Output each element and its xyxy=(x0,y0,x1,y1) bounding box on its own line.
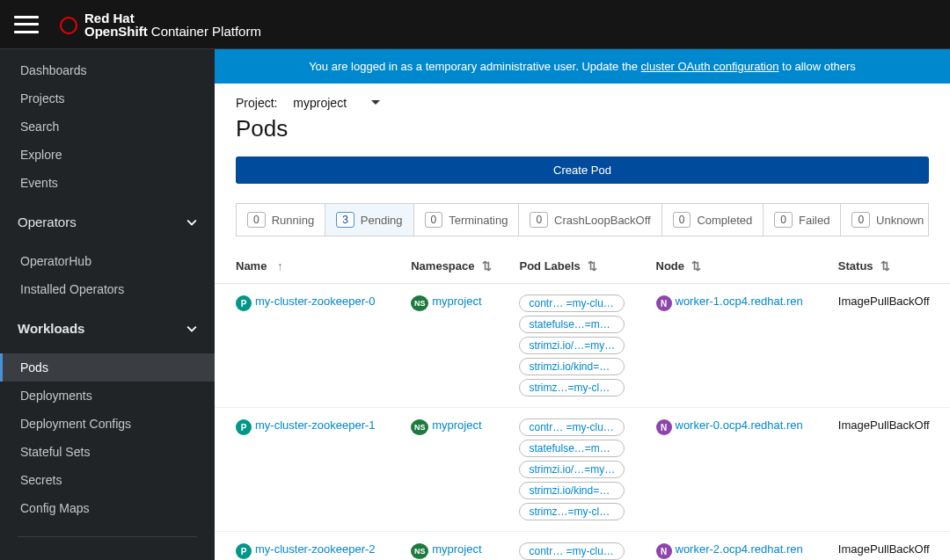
filter-running[interactable]: 0Running xyxy=(237,204,325,236)
col-status[interactable]: Status⇅ xyxy=(829,247,950,284)
main-content: You are logged in as a temporary adminis… xyxy=(215,49,950,560)
sidebar-item-pods[interactable]: Pods xyxy=(0,353,215,382)
filter-failed[interactable]: 0Failed xyxy=(764,204,841,236)
pod-label-chip[interactable]: contr… =my-clust… xyxy=(519,295,625,312)
table-row: Pmy-cluster-zookeeper-2NSmyprojectcontr…… xyxy=(215,532,950,561)
pod-label-chip[interactable]: statefulse…=my-cl… xyxy=(519,316,625,333)
node-icon: N xyxy=(656,419,672,435)
node-icon: N xyxy=(656,543,672,559)
sidebar-item-config-maps[interactable]: Config Maps xyxy=(0,494,215,522)
cluster-oauth-link[interactable]: cluster OAuth configuration xyxy=(641,60,779,73)
brand-logo: Red Hat OpenShift Container Platform xyxy=(60,11,261,39)
filter-unknown[interactable]: 0Unknown xyxy=(841,204,929,236)
sidebar-item-operatorhub[interactable]: OperatorHub xyxy=(0,247,215,275)
sidebar-item-cron-jobs[interactable]: Cron Jobs xyxy=(0,551,215,560)
pod-label-chip[interactable]: statefulse…=my-cl… xyxy=(519,440,625,457)
pod-label-chip[interactable]: strimzi.io/…=my-cl… xyxy=(519,461,625,478)
page-title: Pods xyxy=(215,113,950,156)
pod-link[interactable]: my-cluster-zookeeper-1 xyxy=(255,418,393,432)
nav-section-workloads[interactable]: Workloads xyxy=(0,310,215,346)
pod-link[interactable]: my-cluster-zookeeper-2 xyxy=(255,542,393,556)
sidebar-item-deployment-configs[interactable]: Deployment Configs xyxy=(0,410,215,438)
col-namespace[interactable]: Namespace⇅ xyxy=(402,247,510,284)
brand-line2: OpenShift Container Platform xyxy=(84,24,261,39)
sidebar-item-stateful-sets[interactable]: Stateful Sets xyxy=(0,438,215,466)
topbar: Red Hat OpenShift Container Platform xyxy=(0,0,950,49)
sidebar-item-deployments[interactable]: Deployments xyxy=(0,382,215,410)
status-filter-bar: 0Running3Pending0Terminating0CrashLoopBa… xyxy=(236,203,929,236)
chevron-down-icon xyxy=(186,217,197,228)
node-link[interactable]: worker-1.ocp4.redhat.ren xyxy=(676,295,821,308)
nav-section-operators[interactable]: Operators xyxy=(0,204,215,240)
caret-down-icon xyxy=(371,98,380,107)
nav-group-home: DashboardsProjectsSearchExploreEvents xyxy=(0,49,215,204)
sidebar: DashboardsProjectsSearchExploreEvents Op… xyxy=(0,49,215,560)
pod-icon: P xyxy=(236,295,252,311)
pod-label-chip[interactable]: contr… =my-clust… xyxy=(519,418,625,436)
pod-label-chip[interactable]: strimzi.io/kind=Kafka xyxy=(519,358,625,375)
sidebar-item-events[interactable]: Events xyxy=(0,169,215,197)
filter-terminating[interactable]: 0Terminating xyxy=(414,204,520,236)
filter-crashloopbackoff[interactable]: 0CrashLoopBackOff xyxy=(519,204,661,236)
sidebar-item-secrets[interactable]: Secrets xyxy=(0,466,215,494)
pod-icon: P xyxy=(236,543,252,559)
hamburger-menu-icon[interactable] xyxy=(14,16,39,33)
redhat-icon xyxy=(60,17,77,34)
namespace-icon: NS xyxy=(411,543,428,559)
namespace-icon: NS xyxy=(411,295,428,311)
sidebar-item-search[interactable]: Search xyxy=(0,113,215,141)
pod-label-chip[interactable]: strimzi.io/kind=Kafka xyxy=(519,482,625,499)
col-name[interactable]: Name ↑ xyxy=(215,247,402,284)
col-node[interactable]: Node⇅ xyxy=(647,247,829,284)
pods-table: Name ↑Namespace⇅Pod Labels⇅Node⇅Status⇅ … xyxy=(215,247,950,560)
table-row: Pmy-cluster-zookeeper-0NSmyprojectcontr…… xyxy=(215,284,950,408)
pod-icon: P xyxy=(236,419,252,435)
filter-pending[interactable]: 3Pending xyxy=(325,204,413,236)
sidebar-item-installed-operators[interactable]: Installed Operators xyxy=(0,275,215,303)
pod-label-chip[interactable]: strimz…=my-clust… xyxy=(519,503,625,520)
status-cell: ImagePullBackOff xyxy=(829,532,950,561)
namespace-icon: NS xyxy=(411,419,428,435)
project-selector[interactable]: Project: myproject xyxy=(215,84,950,113)
status-cell: ImagePullBackOff xyxy=(829,284,950,408)
node-link[interactable]: worker-2.ocp4.redhat.ren xyxy=(676,542,821,556)
table-row: Pmy-cluster-zookeeper-1NSmyprojectcontr…… xyxy=(215,408,950,532)
col-pod-labels[interactable]: Pod Labels⇅ xyxy=(510,247,647,284)
namespace-link[interactable]: myproject xyxy=(432,418,501,432)
namespace-link[interactable]: myproject xyxy=(432,295,501,308)
sidebar-item-dashboards[interactable]: Dashboards xyxy=(0,56,215,84)
node-icon: N xyxy=(656,295,672,311)
create-pod-button[interactable]: Create Pod xyxy=(236,156,929,184)
pod-label-chip[interactable]: contr… =my-clust… xyxy=(519,542,625,560)
namespace-link[interactable]: myproject xyxy=(432,542,501,556)
alert-banner: You are logged in as a temporary adminis… xyxy=(215,49,950,84)
chevron-down-icon xyxy=(186,324,197,334)
pod-label-chip[interactable]: strimzi.io/…=my-cl… xyxy=(519,337,625,354)
node-link[interactable]: worker-0.ocp4.redhat.ren xyxy=(676,418,821,432)
sidebar-item-projects[interactable]: Projects xyxy=(0,84,215,113)
pod-label-chip[interactable]: strimz…=my-clust… xyxy=(519,379,625,396)
filter-completed[interactable]: 0Completed xyxy=(662,204,764,236)
sidebar-item-explore[interactable]: Explore xyxy=(0,141,215,169)
pod-link[interactable]: my-cluster-zookeeper-0 xyxy=(255,295,393,308)
status-cell: ImagePullBackOff xyxy=(829,408,950,532)
